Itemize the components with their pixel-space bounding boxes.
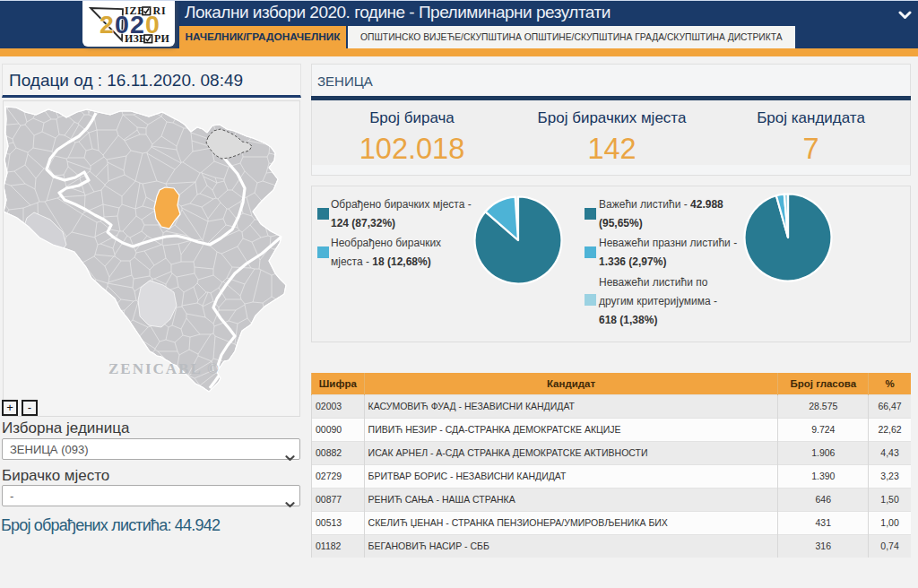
svg-text:2: 2 xyxy=(100,10,114,39)
svg-text:ИЗБ: ИЗБ xyxy=(125,32,146,45)
svg-text:РИ: РИ xyxy=(154,32,170,45)
